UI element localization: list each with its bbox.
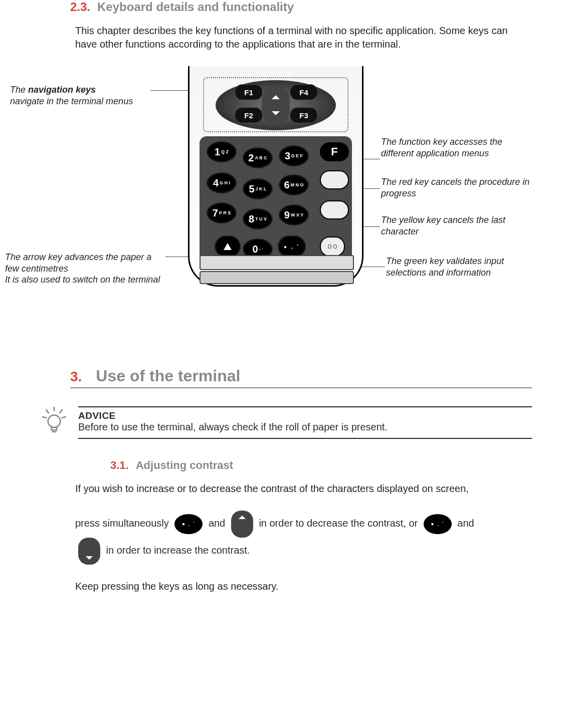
terminal-slot-upper bbox=[200, 255, 354, 270]
callout-arrow-key: The arrow key advances the paper a few c… bbox=[5, 252, 165, 286]
key-6-main: 6 bbox=[284, 179, 289, 191]
key-5-main: 5 bbox=[249, 183, 254, 195]
callout-arrow-line2: It is also used to switch on the termina… bbox=[5, 275, 160, 285]
p2-frag-a: press simultaneously bbox=[75, 518, 171, 529]
svg-line-1 bbox=[46, 410, 48, 413]
key-8: 8T U V bbox=[243, 208, 273, 229]
terminal-slot-lower bbox=[200, 271, 354, 284]
key-7-sub: P R S bbox=[219, 211, 231, 215]
function-key: F bbox=[320, 142, 349, 161]
nav-down-key-icon bbox=[78, 538, 100, 565]
callout-arrow-line1: The arrow key advances the paper a few c… bbox=[5, 252, 151, 274]
key-6-sub: M N O bbox=[291, 183, 304, 187]
green-validate-key: O O bbox=[320, 236, 345, 257]
svg-line-2 bbox=[60, 410, 62, 413]
key-2: 2A B C bbox=[243, 147, 273, 168]
advice-content: ADVICE Before to use the terminal, alway… bbox=[78, 406, 532, 439]
key-4-sub: G H I bbox=[220, 181, 230, 185]
advice-text: Before to use the terminal, always check… bbox=[78, 421, 532, 433]
terminal-illustration: F1 F2 F3 F4 1Q Z 2A B C 3D E F 4G H I 5J… bbox=[175, 66, 376, 289]
key-3-main: 3 bbox=[285, 150, 290, 162]
key-2-main: 2 bbox=[248, 152, 254, 164]
arrow-up-icon bbox=[224, 243, 232, 250]
p2-frag-c: in order to decrease the contrast, or bbox=[259, 518, 420, 529]
p3-frag: in order to increase the contrast. bbox=[106, 545, 250, 556]
key-4-main: 4 bbox=[213, 177, 219, 189]
key-3: 3D E F bbox=[279, 145, 309, 166]
callout-nav-bold: navigation keys bbox=[28, 85, 96, 95]
dot-key-icon bbox=[174, 514, 203, 534]
paper-feed-key bbox=[215, 235, 241, 258]
advice-block: ADVICE Before to use the terminal, alway… bbox=[40, 406, 532, 439]
dot-key-icon bbox=[424, 514, 452, 534]
advice-title: ADVICE bbox=[78, 410, 532, 421]
key-7: 7P R S bbox=[207, 202, 237, 223]
key-1: 1Q Z bbox=[207, 141, 237, 162]
chapter-3-number: 3. bbox=[70, 369, 82, 385]
lightbulb-icon bbox=[40, 406, 68, 436]
section-3-1-p1: If you wish to increase or to decrease t… bbox=[75, 482, 532, 496]
key-0-main: 0 bbox=[252, 244, 258, 255]
section-2-3-number: 2.3. bbox=[70, 0, 90, 14]
nav-keys-highlight bbox=[203, 77, 348, 132]
key-8-main: 8 bbox=[249, 213, 254, 225]
section-3-1-p2: press simultaneously and in order to dec… bbox=[75, 511, 532, 565]
section-3-1-number: 3.1. bbox=[110, 459, 129, 472]
p2-frag-d: and bbox=[457, 518, 474, 529]
section-2-3-heading: 2.3. Keyboard details and functionality bbox=[70, 0, 532, 14]
callout-red-key: The red key cancels the procedure in pro… bbox=[381, 176, 541, 199]
dot-key: ● , ’ bbox=[278, 235, 306, 258]
chapter-3-heading: 3. Use of the terminal bbox=[70, 367, 532, 388]
key-2-sub: A B C bbox=[255, 156, 267, 160]
section-3-1-heading: 3.1. Adjusting contrast bbox=[110, 459, 532, 472]
key-8-sub: T U V bbox=[255, 217, 267, 221]
callout-nav-line2: navigate in the terminal menus bbox=[10, 96, 133, 106]
key-9: 9W X Y bbox=[279, 204, 309, 225]
key-6: 6M N O bbox=[279, 174, 309, 195]
dot-key-label: ● , ’ bbox=[284, 244, 300, 250]
p2-frag-b: and bbox=[209, 518, 225, 529]
keyboard-diagram: The navigation keys navigate in the term… bbox=[30, 66, 532, 302]
callout-nav-prefix: The bbox=[10, 85, 28, 95]
callout-yellow-key: The yellow key cancels the last characte… bbox=[381, 214, 531, 237]
section-2-3-title: Keyboard details and functionality bbox=[97, 0, 294, 14]
key-9-main: 9 bbox=[284, 209, 290, 221]
chapter-3-title: Use of the terminal bbox=[96, 367, 240, 385]
key-1-main: 1 bbox=[215, 146, 220, 158]
key-5-sub: J K L bbox=[256, 187, 267, 191]
key-1-sub: Q Z bbox=[221, 150, 229, 154]
svg-line-3 bbox=[43, 417, 46, 418]
key-4: 4G H I bbox=[207, 172, 237, 193]
key-7-main: 7 bbox=[213, 207, 218, 219]
section-3-1-p4: Keep pressing the keys as long as necess… bbox=[75, 580, 532, 593]
key-5: 5J K L bbox=[243, 178, 273, 199]
key-3-sub: D E F bbox=[291, 154, 303, 158]
section-3-1-title: Adjusting contrast bbox=[136, 459, 233, 472]
yellow-clear-key bbox=[320, 200, 349, 219]
svg-point-5 bbox=[48, 415, 61, 428]
callout-function-key: The function key accesses the different … bbox=[381, 136, 531, 159]
callout-navigation-keys: The navigation keys navigate in the term… bbox=[10, 84, 150, 107]
red-cancel-key bbox=[320, 170, 349, 189]
key-0-sub: - · bbox=[259, 247, 263, 252]
nav-up-key-icon bbox=[231, 511, 253, 538]
key-9-sub: W X Y bbox=[291, 213, 303, 217]
callout-green-key: The green key validates input selections… bbox=[386, 256, 536, 278]
svg-line-4 bbox=[62, 417, 66, 418]
section-2-3-intro: This chapter describes the key functions… bbox=[75, 24, 532, 51]
